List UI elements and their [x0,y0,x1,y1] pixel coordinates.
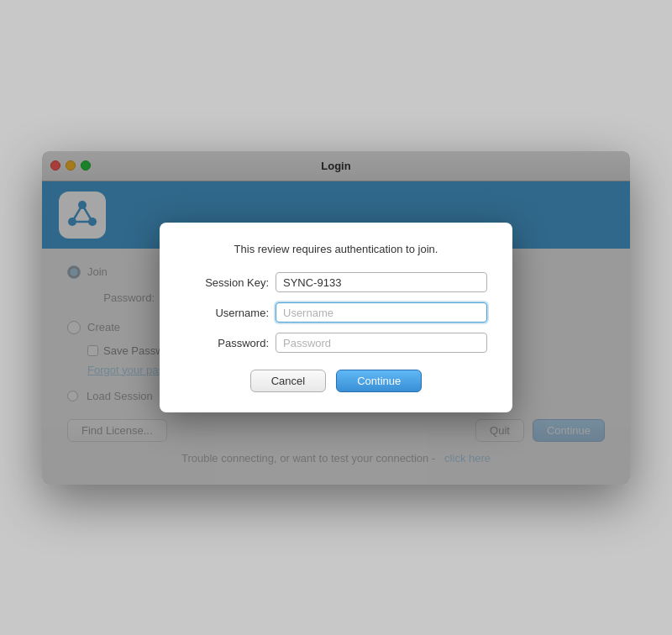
modal-cancel-button[interactable]: Cancel [250,370,326,392]
modal-password-row: Password: [185,333,487,353]
modal-password-label: Password: [185,337,269,349]
modal-continue-button[interactable]: Continue [336,370,422,392]
username-input[interactable] [276,302,487,323]
modal-title: This review requires authentication to j… [185,243,487,255]
username-row: Username: [185,302,487,323]
modal-body: This review requires authentication to j… [160,223,512,412]
session-key-input[interactable] [276,272,487,292]
username-label: Username: [185,307,269,319]
modal-overlay: This review requires authentication to j… [42,151,630,485]
session-key-row: Session Key: [185,272,487,292]
main-window: Login Join [42,151,630,485]
login-modal: This review requires authentication to j… [160,223,512,412]
modal-password-input[interactable] [276,333,487,353]
modal-buttons: Cancel Continue [185,370,487,392]
session-key-label: Session Key: [185,276,269,289]
